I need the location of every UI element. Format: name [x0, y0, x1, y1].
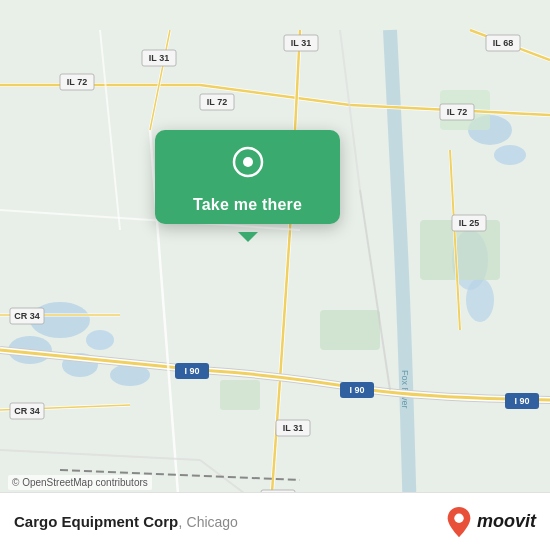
svg-text:IL 31: IL 31: [283, 423, 303, 433]
moovit-pin-icon: [445, 505, 473, 539]
map-attribution: © OpenStreetMap contributors: [8, 475, 152, 490]
svg-text:IL 72: IL 72: [67, 77, 87, 87]
bottom-bar: Cargo Equipment Corp, Chicago moovit: [0, 492, 550, 550]
svg-text:I 90: I 90: [184, 366, 199, 376]
svg-text:I 90: I 90: [514, 396, 529, 406]
moovit-logo: moovit: [445, 505, 536, 539]
svg-text:Fox River: Fox River: [400, 370, 410, 409]
location-popup[interactable]: Take me there: [155, 130, 340, 224]
svg-point-74: [243, 157, 253, 167]
svg-text:IL 31: IL 31: [149, 53, 169, 63]
svg-text:IL 72: IL 72: [207, 97, 227, 107]
svg-text:CR 34: CR 34: [14, 406, 40, 416]
location-city: Chicago: [187, 514, 238, 530]
svg-text:IL 72: IL 72: [447, 107, 467, 117]
svg-text:IL 68: IL 68: [493, 38, 513, 48]
map-svg: Fox River IL 72 IL 72 IL 72 IL 31: [0, 0, 550, 550]
svg-text:I 90: I 90: [349, 385, 364, 395]
svg-point-9: [466, 278, 494, 322]
svg-rect-13: [220, 380, 260, 410]
location-pin-icon: [226, 144, 270, 188]
moovit-text: moovit: [477, 511, 536, 532]
svg-text:CR 34: CR 34: [14, 311, 40, 321]
svg-text:IL 31: IL 31: [291, 38, 311, 48]
popup-label: Take me there: [193, 196, 302, 214]
svg-point-7: [494, 145, 526, 165]
svg-text:IL 25: IL 25: [459, 218, 479, 228]
location-info: Cargo Equipment Corp, Chicago: [14, 513, 238, 530]
svg-point-4: [86, 330, 114, 350]
map-container: Fox River IL 72 IL 72 IL 72 IL 31: [0, 0, 550, 550]
location-name: Cargo Equipment Corp, Chicago: [14, 513, 238, 530]
svg-point-75: [454, 513, 463, 522]
svg-rect-12: [320, 310, 380, 350]
